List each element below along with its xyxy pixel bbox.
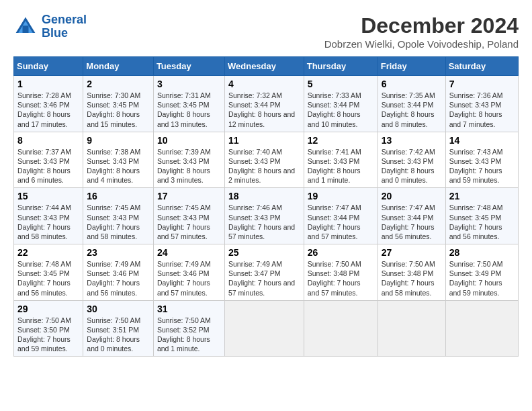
day-number: 16 [87,191,150,201]
calendar-cell: 4Sunrise: 7:32 AMSunset: 3:44 PMDaylight… [224,76,304,132]
cell-details: Sunrise: 7:33 AMSunset: 3:44 PMDaylight:… [308,91,361,128]
calendar-cell: 12Sunrise: 7:41 AMSunset: 3:43 PMDayligh… [304,132,378,188]
calendar-cell: 5Sunrise: 7:33 AMSunset: 3:44 PMDaylight… [304,76,378,132]
day-number: 11 [228,135,300,146]
cell-details: Sunrise: 7:50 AMSunset: 3:51 PMDaylight:… [87,316,140,353]
svg-rect-2 [23,26,29,33]
logo-icon [13,15,38,39]
cell-details: Sunrise: 7:30 AMSunset: 3:45 PMDaylight:… [87,91,140,128]
day-number: 4 [228,79,300,89]
day-number: 1 [17,79,79,89]
day-number: 19 [308,191,374,201]
subtitle: Dobrzen Wielki, Opole Voivodeship, Polan… [324,38,519,50]
weekday-header: Thursday [304,57,378,76]
calendar-cell [224,300,304,357]
day-number: 22 [17,247,79,258]
cell-details: Sunrise: 7:38 AMSunset: 3:43 PMDaylight:… [87,148,140,185]
calendar-cell: 24Sunrise: 7:49 AMSunset: 3:46 PMDayligh… [153,244,224,301]
calendar-cell: 21Sunrise: 7:48 AMSunset: 3:45 PMDayligh… [445,188,518,244]
day-number: 14 [449,135,515,146]
day-number: 6 [382,79,442,89]
calendar-cell: 13Sunrise: 7:42 AMSunset: 3:43 PMDayligh… [378,132,445,188]
calendar-cell: 14Sunrise: 7:43 AMSunset: 3:43 PMDayligh… [445,132,518,188]
calendar-cell: 22Sunrise: 7:48 AMSunset: 3:45 PMDayligh… [14,244,83,301]
calendar-header: SundayMondayTuesdayWednesdayThursdayFrid… [14,57,519,76]
cell-details: Sunrise: 7:39 AMSunset: 3:43 PMDaylight:… [157,148,211,185]
day-number: 2 [87,79,150,89]
calendar-cell: 31Sunrise: 7:50 AMSunset: 3:52 PMDayligh… [153,300,224,357]
calendar-cell: 2Sunrise: 7:30 AMSunset: 3:45 PMDaylight… [83,76,154,132]
day-number: 20 [382,191,442,201]
calendar-cell: 20Sunrise: 7:47 AMSunset: 3:44 PMDayligh… [378,188,445,244]
cell-details: Sunrise: 7:43 AMSunset: 3:43 PMDaylight:… [449,148,503,185]
main-title: December 2024 [324,13,519,38]
cell-details: Sunrise: 7:31 AMSunset: 3:45 PMDaylight:… [157,91,211,128]
day-number: 13 [382,135,442,146]
cell-details: Sunrise: 7:49 AMSunset: 3:46 PMDaylight:… [157,260,211,297]
calendar-cell: 28Sunrise: 7:50 AMSunset: 3:49 PMDayligh… [445,244,518,301]
cell-details: Sunrise: 7:46 AMSunset: 3:43 PMDaylight:… [228,203,295,240]
calendar-cell [304,300,378,357]
calendar-cell: 1Sunrise: 7:28 AMSunset: 3:46 PMDaylight… [14,76,83,132]
calendar-cell: 6Sunrise: 7:35 AMSunset: 3:44 PMDaylight… [378,76,445,132]
calendar-cell: 10Sunrise: 7:39 AMSunset: 3:43 PMDayligh… [153,132,224,188]
cell-details: Sunrise: 7:47 AMSunset: 3:44 PMDaylight:… [308,203,361,240]
title-section: December 2024 Dobrzen Wielki, Opole Voiv… [324,13,519,50]
cell-details: Sunrise: 7:37 AMSunset: 3:43 PMDaylight:… [17,148,71,185]
calendar-cell: 8Sunrise: 7:37 AMSunset: 3:43 PMDaylight… [14,132,83,188]
day-number: 23 [87,247,150,258]
calendar-week-row: 15Sunrise: 7:44 AMSunset: 3:43 PMDayligh… [14,188,519,244]
cell-details: Sunrise: 7:42 AMSunset: 3:43 PMDaylight:… [382,148,435,185]
calendar-cell: 25Sunrise: 7:49 AMSunset: 3:47 PMDayligh… [224,244,304,301]
calendar-week-row: 22Sunrise: 7:48 AMSunset: 3:45 PMDayligh… [14,244,519,301]
calendar-cell: 7Sunrise: 7:36 AMSunset: 3:43 PMDaylight… [445,76,518,132]
calendar-cell: 27Sunrise: 7:50 AMSunset: 3:48 PMDayligh… [378,244,445,301]
weekday-header: Wednesday [224,57,304,76]
calendar-cell: 16Sunrise: 7:45 AMSunset: 3:43 PMDayligh… [83,188,154,244]
calendar-cell [378,300,445,357]
cell-details: Sunrise: 7:49 AMSunset: 3:46 PMDaylight:… [87,260,140,297]
day-number: 7 [449,79,515,89]
logo-text: General Blue [42,13,87,40]
day-number: 8 [17,135,79,146]
cell-details: Sunrise: 7:50 AMSunset: 3:48 PMDaylight:… [308,260,361,297]
cell-details: Sunrise: 7:50 AMSunset: 3:52 PMDaylight:… [157,316,211,353]
weekday-header: Tuesday [153,57,224,76]
calendar-cell: 19Sunrise: 7:47 AMSunset: 3:44 PMDayligh… [304,188,378,244]
calendar-cell: 11Sunrise: 7:40 AMSunset: 3:43 PMDayligh… [224,132,304,188]
calendar-week-row: 8Sunrise: 7:37 AMSunset: 3:43 PMDaylight… [14,132,519,188]
weekday-header: Sunday [14,57,83,76]
cell-details: Sunrise: 7:44 AMSunset: 3:43 PMDaylight:… [17,203,71,240]
cell-details: Sunrise: 7:47 AMSunset: 3:44 PMDaylight:… [382,203,435,240]
calendar-cell: 17Sunrise: 7:45 AMSunset: 3:43 PMDayligh… [153,188,224,244]
header: General Blue December 2024 Dobrzen Wielk… [13,13,519,50]
calendar-week-row: 29Sunrise: 7:50 AMSunset: 3:50 PMDayligh… [14,300,519,357]
day-number: 15 [17,191,79,201]
cell-details: Sunrise: 7:41 AMSunset: 3:43 PMDaylight:… [308,148,361,185]
cell-details: Sunrise: 7:32 AMSunset: 3:44 PMDaylight:… [228,91,295,128]
cell-details: Sunrise: 7:36 AMSunset: 3:43 PMDaylight:… [449,91,503,128]
calendar-cell: 30Sunrise: 7:50 AMSunset: 3:51 PMDayligh… [83,300,154,357]
day-number: 21 [449,191,515,201]
cell-details: Sunrise: 7:49 AMSunset: 3:47 PMDaylight:… [228,260,295,297]
cell-details: Sunrise: 7:35 AMSunset: 3:44 PMDaylight:… [382,91,435,128]
cell-details: Sunrise: 7:28 AMSunset: 3:46 PMDaylight:… [17,91,71,128]
cell-details: Sunrise: 7:48 AMSunset: 3:45 PMDaylight:… [449,203,503,240]
day-number: 18 [228,191,300,201]
calendar-week-row: 1Sunrise: 7:28 AMSunset: 3:46 PMDaylight… [14,76,519,132]
day-number: 9 [87,135,150,146]
day-number: 27 [382,247,442,258]
calendar-table: SundayMondayTuesdayWednesdayThursdayFrid… [13,56,519,357]
cell-details: Sunrise: 7:48 AMSunset: 3:45 PMDaylight:… [17,260,71,297]
calendar-cell: 23Sunrise: 7:49 AMSunset: 3:46 PMDayligh… [83,244,154,301]
calendar-cell: 9Sunrise: 7:38 AMSunset: 3:43 PMDaylight… [83,132,154,188]
logo-line2: Blue [42,26,68,40]
day-number: 24 [157,247,221,258]
day-number: 25 [228,247,300,258]
day-number: 31 [157,304,221,314]
day-number: 3 [157,79,221,89]
header-row: SundayMondayTuesdayWednesdayThursdayFrid… [14,57,519,76]
calendar-cell [445,300,518,357]
calendar-cell: 15Sunrise: 7:44 AMSunset: 3:43 PMDayligh… [14,188,83,244]
day-number: 5 [308,79,374,89]
